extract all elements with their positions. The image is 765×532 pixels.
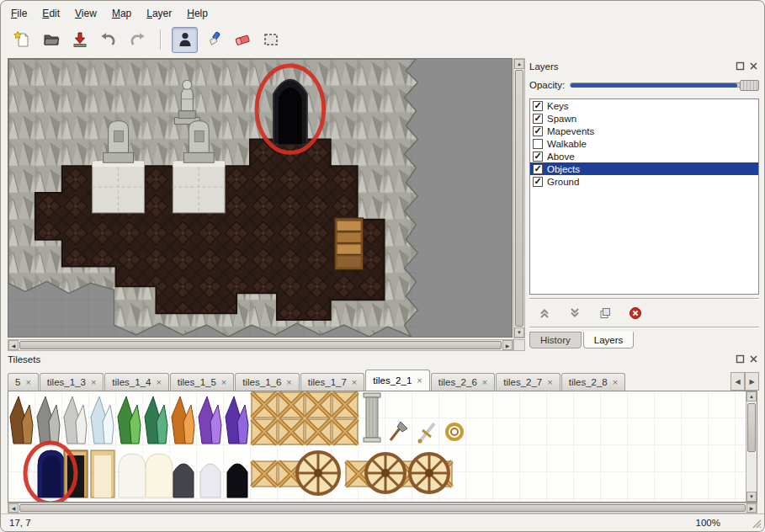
tileset-tab[interactable]: tiles_2_8 × (561, 373, 625, 391)
layer-row-spawn[interactable]: Spawn (530, 112, 758, 125)
tileset-tab-label: tiles_1_5 (178, 377, 216, 387)
redo-button[interactable] (124, 27, 150, 53)
layer-row-ground[interactable]: Ground (530, 175, 758, 188)
move-layer-down-button[interactable] (566, 305, 583, 322)
doorway (274, 80, 307, 145)
layer-checkbox[interactable] (533, 139, 543, 149)
opacity-row: Opacity: (529, 78, 759, 92)
wagon-wheel-tile (410, 454, 449, 492)
layer-label: Ground (547, 177, 579, 187)
layer-row-above[interactable]: Above (530, 150, 758, 162)
tab-close-icon[interactable]: × (156, 378, 161, 387)
tab-close-icon[interactable]: × (482, 378, 487, 387)
tab-history[interactable]: History (529, 332, 582, 348)
tileset-tab-label: tiles_2_7 (503, 377, 542, 387)
tileset-tab[interactable]: tiles_1_7 × (300, 373, 364, 391)
layer-row-keys[interactable]: Keys (530, 99, 758, 112)
opacity-slider-fill (571, 83, 737, 88)
opacity-label: Opacity: (529, 80, 565, 90)
tileset-canvas[interactable]: ▲ ▼ (8, 391, 757, 503)
scroll-right-button[interactable]: ▶ (746, 503, 757, 513)
horizontal-scroll-thumb[interactable] (19, 504, 746, 512)
delete-layer-button[interactable] (627, 305, 644, 322)
menu-layer[interactable]: Layer (140, 5, 178, 22)
tab-scroll-right-button[interactable]: ▶ (745, 372, 759, 391)
map-canvas[interactable] (8, 58, 513, 338)
scroll-up-button[interactable]: ▲ (746, 391, 757, 402)
vertical-scroll-thumb[interactable] (747, 403, 756, 452)
menu-view[interactable]: View (68, 5, 104, 22)
layer-checkbox[interactable] (533, 126, 543, 136)
tab-layers[interactable]: Layers (583, 332, 635, 348)
undo-button[interactable] (95, 27, 121, 53)
layer-checkbox[interactable] (533, 177, 543, 187)
close-icon[interactable] (748, 61, 759, 72)
menu-map[interactable]: Map (105, 5, 138, 22)
restore-icon[interactable] (735, 354, 746, 364)
tileset-horizontal-scrollbar[interactable]: ◀ ▶ (8, 503, 757, 513)
layer-checkbox[interactable] (533, 164, 543, 174)
tileset-tab-label: tiles_2_8 (569, 377, 608, 387)
zoom-level: 100% (696, 518, 720, 528)
tab-close-icon[interactable]: × (417, 376, 422, 386)
tilesets-panel: Tilesets 5 × tiles_1_3 × tiles_1_4 × ti (8, 353, 759, 514)
tileset-tab[interactable]: tiles_2_6 × (431, 373, 495, 391)
tab-close-icon[interactable]: × (547, 378, 552, 387)
toolbar-separator (160, 29, 162, 50)
move-layer-up-button[interactable] (536, 305, 553, 322)
opacity-slider-handle[interactable] (740, 80, 759, 91)
scroll-left-button[interactable]: ◀ (8, 503, 19, 513)
tileset-tabbar: 5 × tiles_1_3 × tiles_1_4 × tiles_1_5 × … (8, 370, 725, 391)
layer-checkbox[interactable] (533, 101, 543, 111)
layer-row-objects[interactable]: Objects (530, 162, 758, 175)
stamp-tool-button[interactable] (172, 27, 198, 53)
tileset-tab[interactable]: tiles_1_3 × (40, 373, 104, 391)
duplicate-layer-button[interactable] (597, 305, 614, 322)
tileset-tab[interactable]: tiles_1_6 × (235, 373, 299, 391)
tileset-tab-active[interactable]: tiles_2_1 × (365, 370, 429, 391)
menu-help[interactable]: Help (180, 5, 215, 22)
paint-tool-button[interactable] (200, 27, 226, 53)
tab-close-icon[interactable]: × (91, 378, 96, 387)
move-down-icon (568, 306, 582, 320)
move-up-icon (538, 306, 551, 320)
scroll-up-button[interactable]: ▲ (514, 59, 524, 69)
scroll-down-button[interactable]: ▼ (746, 492, 757, 502)
eraser-tool-button[interactable] (229, 27, 255, 53)
select-tool-button[interactable] (258, 27, 284, 53)
close-icon[interactable] (748, 354, 759, 364)
tileset-tab[interactable]: 5 × (8, 373, 39, 391)
menu-bar: File Edit View Map Layer Help (4, 4, 761, 23)
layer-row-mapevents[interactable]: Mapevents (530, 125, 758, 137)
open-folder-icon (42, 30, 61, 49)
tileset-tab[interactable]: tiles_1_5 × (170, 373, 234, 391)
tileset-tab-label: 5 (15, 377, 20, 387)
layer-checkbox[interactable] (533, 114, 543, 124)
save-button[interactable] (66, 27, 93, 53)
restore-icon[interactable] (735, 61, 746, 72)
menu-edit[interactable]: Edit (35, 5, 66, 22)
tileset-vertical-scrollbar[interactable]: ▲ ▼ (746, 391, 757, 502)
scroll-down-button[interactable]: ▼ (514, 327, 524, 338)
opacity-slider[interactable] (570, 80, 759, 90)
tab-close-icon[interactable]: × (613, 378, 618, 387)
menu-file[interactable]: File (4, 5, 34, 22)
tileset-tab[interactable]: tiles_2_7 × (496, 373, 560, 391)
tab-close-icon[interactable]: × (352, 378, 357, 387)
vertical-scroll-thumb[interactable] (515, 70, 523, 327)
layer-label: Objects (547, 164, 580, 174)
resize-grip[interactable] (751, 518, 762, 529)
tab-close-icon[interactable]: × (221, 378, 226, 387)
tab-close-icon[interactable]: × (286, 378, 291, 387)
tab-close-icon[interactable]: × (25, 378, 30, 387)
tileset-art (8, 391, 746, 502)
tab-scroll-left-button[interactable]: ◀ (730, 372, 745, 391)
new-file-button[interactable] (9, 27, 35, 53)
tileset-tab[interactable]: tiles_1_4 × (104, 373, 168, 391)
delete-icon (629, 306, 642, 320)
layer-checkbox[interactable] (533, 152, 543, 162)
open-button[interactable] (38, 27, 64, 53)
map-vertical-scrollbar[interactable]: ▲ ▼ (513, 58, 525, 338)
layer-row-walkable[interactable]: Walkable (530, 137, 758, 150)
gray-cave-entrance-tile (173, 464, 194, 497)
